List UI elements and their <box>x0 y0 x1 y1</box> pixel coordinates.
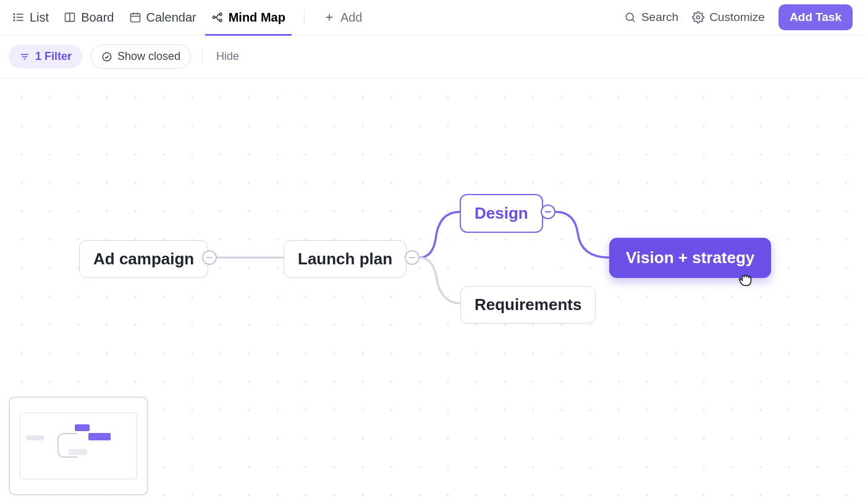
svg-rect-8 <box>130 14 140 22</box>
svg-point-14 <box>219 19 222 22</box>
view-tabs: List Board Calendar Mind Map Add <box>12 0 362 35</box>
minimap[interactable] <box>9 397 148 495</box>
add-view-button[interactable]: Add <box>323 0 363 35</box>
customize-label: Customize <box>709 10 765 24</box>
board-icon <box>64 11 76 23</box>
node-design-label: Design <box>475 204 528 222</box>
tab-board-label: Board <box>81 10 114 25</box>
svg-point-5 <box>14 20 15 21</box>
node-requirements[interactable]: Requirements <box>460 286 596 324</box>
collapse-toggle[interactable] <box>202 250 217 265</box>
filters-bar: 1 Filter Show closed Hide <box>0 35 865 78</box>
filter-icon <box>19 51 30 62</box>
filter-chip-label: 1 Filter <box>35 50 72 63</box>
tab-mindmap-label: Mind Map <box>229 10 285 25</box>
list-icon <box>12 11 25 23</box>
filter-chip[interactable]: 1 Filter <box>9 44 82 69</box>
svg-point-4 <box>14 17 15 18</box>
collapse-toggle[interactable] <box>405 250 420 265</box>
svg-point-19 <box>697 16 700 19</box>
top-right-actions: Search Customize Add Task <box>624 4 853 30</box>
add-view-label: Add <box>340 10 363 25</box>
divider <box>202 49 203 64</box>
node-vision-strategy-label: Vision + strategy <box>626 248 754 267</box>
tab-calendar[interactable]: Calendar <box>129 0 196 35</box>
show-closed-chip[interactable]: Show closed <box>91 44 191 69</box>
view-tabs-bar: List Board Calendar Mind Map Add <box>0 0 865 35</box>
tab-list-label: List <box>30 10 49 25</box>
divider <box>304 10 305 24</box>
svg-line-18 <box>633 20 635 22</box>
search-icon <box>624 11 636 23</box>
collapse-toggle[interactable] <box>541 204 555 219</box>
svg-point-23 <box>103 52 111 61</box>
node-vision-strategy[interactable]: Vision + strategy <box>609 238 771 278</box>
mindmap-canvas[interactable]: Ad campaign Launch plan Design Requireme… <box>0 78 865 504</box>
add-task-button[interactable]: Add Task <box>778 4 853 30</box>
calendar-icon <box>129 11 141 23</box>
node-requirements-label: Requirements <box>475 295 581 314</box>
customize-button[interactable]: Customize <box>692 10 765 24</box>
svg-point-13 <box>219 13 222 15</box>
node-ad-campaign-label: Ad campaign <box>93 250 194 268</box>
node-design[interactable]: Design <box>460 194 543 233</box>
settings-icon <box>692 11 704 23</box>
tab-calendar-label: Calendar <box>146 10 196 25</box>
search-label: Search <box>641 10 678 24</box>
node-launch-plan[interactable]: Launch plan <box>284 240 407 278</box>
svg-point-3 <box>14 14 15 15</box>
tab-list[interactable]: List <box>12 0 49 35</box>
svg-point-12 <box>213 16 215 19</box>
minimap-viewport <box>20 413 137 479</box>
tab-mindmap[interactable]: Mind Map <box>211 0 285 35</box>
hide-button[interactable]: Hide <box>214 45 242 68</box>
mindmap-icon <box>211 11 224 23</box>
node-launch-plan-label: Launch plan <box>298 250 392 268</box>
add-task-label: Add Task <box>790 10 842 23</box>
check-circle-icon <box>101 51 112 62</box>
plus-icon <box>323 11 335 23</box>
node-ad-campaign[interactable]: Ad campaign <box>79 240 208 278</box>
search-button[interactable]: Search <box>624 10 678 24</box>
svg-point-17 <box>626 13 633 20</box>
show-closed-label: Show closed <box>117 50 180 63</box>
hide-label: Hide <box>216 50 239 62</box>
tab-board[interactable]: Board <box>64 0 114 35</box>
